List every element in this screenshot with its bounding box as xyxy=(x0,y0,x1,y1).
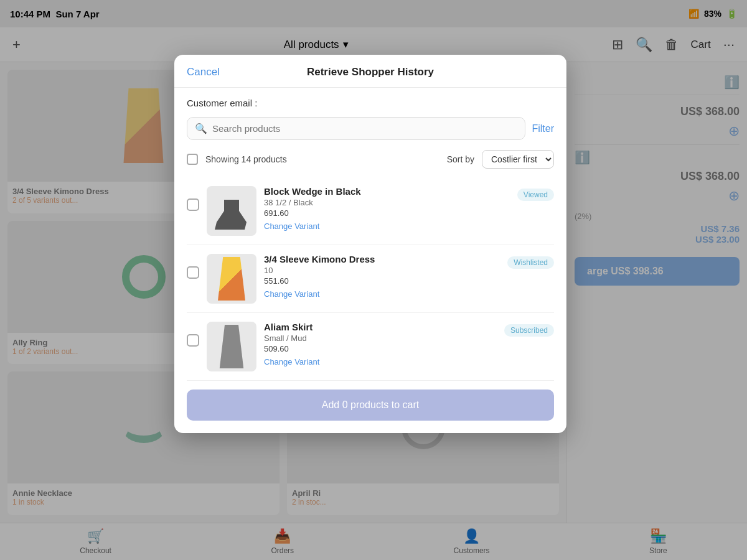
change-variant-button-2[interactable]: Change Variant xyxy=(264,289,319,299)
skirt-icon xyxy=(215,325,249,368)
item-price-3: 509.60 xyxy=(264,344,497,353)
add-to-cart-button[interactable]: Add 0 products to cart xyxy=(187,390,554,421)
search-input[interactable] xyxy=(212,123,517,134)
item-variant-1: 38 1/2 / Black xyxy=(264,198,510,207)
boot-icon xyxy=(213,192,250,230)
list-item: Aliam Skirt Small / Mud 509.60 Change Va… xyxy=(187,313,554,381)
item-details-2: 3/4 Sleeve Kimono Dress 10 551.60 Change… xyxy=(264,254,500,299)
dress-icon xyxy=(215,257,249,301)
sort-select[interactable]: Costlier first xyxy=(482,150,554,169)
product-list: Block Wedge in Black 38 1/2 / Black 691.… xyxy=(187,177,554,381)
modal-header: Cancel Retrieve Shopper History xyxy=(174,55,566,88)
item-thumb-1 xyxy=(207,186,256,236)
modal-title: Retrieve Shopper History xyxy=(307,66,434,78)
item-name-2: 3/4 Sleeve Kimono Dress xyxy=(264,254,500,264)
showing-text: Showing 14 products xyxy=(205,154,439,164)
change-variant-button-3[interactable]: Change Variant xyxy=(264,357,319,366)
item-variant-3: Small / Mud xyxy=(264,334,497,343)
list-item: 3/4 Sleeve Kimono Dress 10 551.60 Change… xyxy=(187,245,554,313)
item-name-1: Block Wedge in Black xyxy=(264,186,510,197)
item-details-3: Aliam Skirt Small / Mud 509.60 Change Va… xyxy=(264,322,497,367)
item-thumb-3 xyxy=(207,322,256,371)
item-variant-2: 10 xyxy=(264,266,500,275)
item-badge-2: Wishlisted xyxy=(507,256,554,269)
item-details-1: Block Wedge in Black 38 1/2 / Black 691.… xyxy=(264,186,510,231)
change-variant-button-1[interactable]: Change Variant xyxy=(264,222,319,231)
filter-button[interactable]: Filter xyxy=(532,123,554,134)
item-badge-1: Viewed xyxy=(517,189,554,201)
search-icon: 🔍 xyxy=(195,123,207,134)
item-price-2: 551.60 xyxy=(264,276,500,286)
search-row: 🔍 Filter xyxy=(187,117,554,140)
cancel-button[interactable]: Cancel xyxy=(187,66,220,78)
retrieve-shopper-modal: Cancel Retrieve Shopper History Customer… xyxy=(174,55,566,433)
item-checkbox-2[interactable] xyxy=(187,266,199,279)
sort-label: Sort by xyxy=(447,154,474,164)
list-item: Block Wedge in Black 38 1/2 / Black 691.… xyxy=(187,177,554,245)
customer-email-label: Customer email : xyxy=(187,98,554,108)
showing-row: Showing 14 products Sort by Costlier fir… xyxy=(187,150,554,169)
item-checkbox-3[interactable] xyxy=(187,334,199,347)
modal-body: Customer email : 🔍 Filter Showing 14 pro… xyxy=(174,88,566,433)
select-all-checkbox[interactable] xyxy=(187,154,198,165)
item-price-1: 691.60 xyxy=(264,208,510,218)
item-name-3: Aliam Skirt xyxy=(264,322,497,332)
item-badge-3: Subscribed xyxy=(504,324,554,337)
item-thumb-2 xyxy=(207,254,256,304)
item-checkbox-1[interactable] xyxy=(187,198,199,211)
search-box[interactable]: 🔍 xyxy=(187,117,525,140)
